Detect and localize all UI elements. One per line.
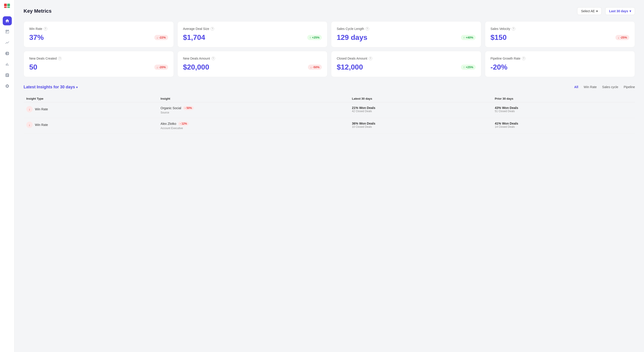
- insights-tab[interactable]: Pipeline: [624, 84, 635, 90]
- insight-name: Organic Social: [161, 106, 181, 110]
- table-header: Insight TypeInsightLatest 30 daysPrior 3…: [24, 95, 635, 102]
- metric-label: Average Deal Size ?: [183, 27, 322, 30]
- metric-value-row: 129 days ↑ +40%: [337, 33, 476, 42]
- metric-value: -20%: [490, 63, 508, 71]
- select-ae-label: Select AE: [581, 9, 595, 13]
- down-arrow-icon: ↓: [618, 36, 619, 39]
- insight-source: Account Executive: [161, 127, 346, 130]
- metric-value: $150: [490, 33, 507, 42]
- prior-stat-sub: 51 Closed Deals: [495, 110, 632, 113]
- metrics-row-2: New Deals Created ? 50 ↓ -20% New Deals …: [24, 51, 635, 77]
- prior-stat-value: 43% Won Deals: [495, 106, 632, 110]
- metric-card: Pipeline Growth Rate ? -20%: [485, 51, 635, 77]
- help-icon[interactable]: ?: [522, 57, 526, 60]
- insights-period[interactable]: 30 days ▾: [60, 85, 78, 89]
- prior-stat-cell: 41% Won Deals 14 Closed Deals: [492, 118, 635, 134]
- insight-badge: - 50%: [183, 106, 194, 110]
- metric-card: Average Deal Size ? $1,704 ↑ +25%: [178, 21, 328, 47]
- table-column-header: Prior 30 days: [492, 95, 635, 102]
- insights-section: Latest Insights for 30 days ▾ AllWin Rat…: [24, 84, 635, 134]
- svg-rect-3: [7, 7, 10, 8]
- metric-value: $12,000: [337, 63, 363, 71]
- metric-card: Sales Cycle Length ? 129 days ↑ +40%: [331, 21, 481, 47]
- table-column-header: Latest 30 days: [349, 95, 492, 102]
- metric-value: 129 days: [337, 33, 367, 42]
- metric-card: Sales Velocity ? $150 ↓ -25%: [485, 21, 635, 47]
- page-header: Key Metrics Select AE ▾ Last 30 days ▾: [24, 7, 635, 15]
- sidebar-item-home[interactable]: [3, 16, 12, 25]
- prior-stat-cell: 43% Won Deals 51 Closed Deals: [492, 102, 635, 118]
- page-title: Key Metrics: [24, 8, 52, 14]
- insight-source: Source: [161, 111, 346, 114]
- table-row: ↓ Win Rate Organic Social - 50% Source 2…: [24, 102, 635, 118]
- latest-stat-value: 21% Won Deals: [352, 106, 490, 110]
- insights-tab[interactable]: All: [574, 84, 578, 90]
- metric-value-row: -20%: [490, 63, 630, 71]
- help-icon[interactable]: ?: [366, 27, 369, 30]
- select-ae-dropdown[interactable]: Select AE ▾: [577, 7, 602, 15]
- sidebar-item-calendar[interactable]: [3, 27, 12, 36]
- metric-label: Closed Deals Amount ?: [337, 57, 476, 60]
- latest-stat-value: 36% Won Deals: [352, 122, 490, 125]
- up-arrow-icon: ↑: [463, 65, 465, 69]
- main-content: Key Metrics Select AE ▾ Last 30 days ▾ W…: [14, 0, 644, 352]
- insights-tab[interactable]: Sales cycle: [602, 84, 618, 90]
- metric-label: Sales Velocity ?: [490, 27, 630, 30]
- table-column-header: Insight Type: [24, 95, 158, 102]
- metric-value-row: $1,704 ↑ +25%: [183, 33, 322, 42]
- metric-badge: ↑ +25%: [307, 35, 322, 40]
- metric-value-row: 37% ↓ -22%: [29, 33, 168, 42]
- metric-value: 37%: [29, 33, 44, 42]
- up-arrow-icon: ↑: [310, 36, 311, 39]
- insights-title: Latest Insights for 30 days ▾: [24, 85, 78, 89]
- help-icon[interactable]: ?: [369, 57, 372, 60]
- insight-badge: - 12%: [178, 122, 189, 126]
- insight-type-cell: ↓ Win Rate: [24, 102, 158, 118]
- metric-value: $20,000: [183, 63, 210, 71]
- sidebar-item-bar[interactable]: [3, 60, 12, 69]
- insight-type-label: Win Rate: [35, 123, 48, 127]
- down-arrow-icon: ↓: [156, 65, 158, 69]
- date-range-dropdown[interactable]: Last 30 days ▾: [605, 7, 635, 15]
- svg-rect-0: [4, 4, 7, 6]
- chevron-down-icon: ▾: [596, 9, 598, 13]
- metric-value-row: $150 ↓ -25%: [490, 33, 630, 42]
- insight-name: Alex Zlotko: [161, 122, 176, 125]
- insights-tab[interactable]: Win Rate: [584, 84, 597, 90]
- metrics-row-1: Win Rate ? 37% ↓ -22% Average Deal Size …: [24, 21, 635, 47]
- metric-value-row: $20,000 ↓ -50%: [183, 63, 322, 71]
- help-icon[interactable]: ?: [212, 57, 215, 60]
- table-body: ↓ Win Rate Organic Social - 50% Source 2…: [24, 102, 635, 134]
- prior-stat-value: 41% Won Deals: [495, 122, 632, 125]
- insight-cell: Organic Social - 50% Source: [158, 102, 349, 118]
- sidebar-item-settings[interactable]: [3, 81, 12, 91]
- metric-badge: ↓ -22%: [154, 35, 168, 40]
- help-icon[interactable]: ?: [44, 27, 47, 30]
- latest-stat-cell: 36% Won Deals 10 Closed Deals: [349, 118, 492, 134]
- insight-cell: Alex Zlotko - 12% Account Executive: [158, 118, 349, 134]
- svg-rect-1: [7, 4, 10, 6]
- insights-tabs: AllWin RateSales cyclePipeline: [574, 84, 635, 90]
- svg-rect-2: [4, 7, 7, 8]
- down-arrow-icon: ↓: [156, 36, 158, 39]
- sidebar: [0, 0, 14, 352]
- help-icon[interactable]: ?: [58, 57, 62, 60]
- metric-card: New Deals Amount ? $20,000 ↓ -50%: [178, 51, 328, 77]
- insight-type-label: Win Rate: [35, 107, 48, 111]
- down-indicator-icon: ↓: [26, 106, 33, 112]
- chevron-down-icon: ▾: [630, 9, 631, 13]
- insight-type-cell: ↓ Win Rate: [24, 118, 158, 134]
- up-arrow-icon: ↑: [463, 36, 465, 39]
- help-icon[interactable]: ?: [512, 27, 515, 30]
- sidebar-item-chart[interactable]: [3, 38, 12, 47]
- metric-card: Win Rate ? 37% ↓ -22%: [24, 21, 174, 47]
- metric-badge: ↓ -25%: [616, 35, 629, 40]
- insights-table: Insight TypeInsightLatest 30 daysPrior 3…: [24, 95, 635, 134]
- sidebar-item-clipboard[interactable]: [3, 71, 12, 80]
- date-range-label: Last 30 days: [609, 9, 628, 13]
- help-icon[interactable]: ?: [210, 27, 214, 30]
- sidebar-item-pie[interactable]: [3, 49, 12, 58]
- table-row: ↓ Win Rate Alex Zlotko - 12% Account Exe…: [24, 118, 635, 134]
- metric-value: $1,704: [183, 33, 205, 42]
- latest-stat-cell: 21% Won Deals 42 Closed Deals: [349, 102, 492, 118]
